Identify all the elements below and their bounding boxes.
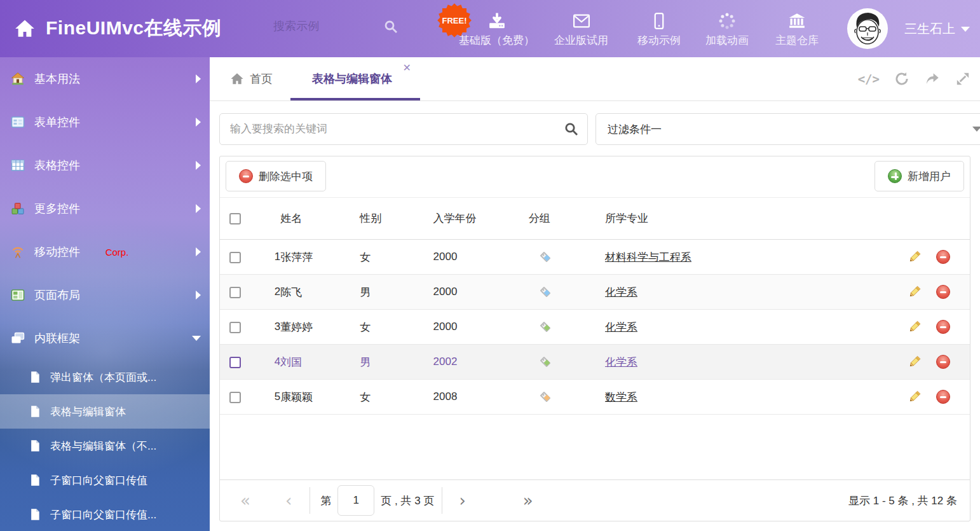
filter-dropdown[interactable]: 过滤条件一 [595, 113, 980, 145]
mobile-icon [650, 11, 669, 31]
row-checkbox[interactable] [229, 252, 241, 263]
nav-basic-edition[interactable]: 基础版（免费） [459, 11, 534, 48]
share-icon[interactable] [924, 71, 941, 87]
antenna-icon [10, 244, 25, 259]
select-all-checkbox[interactable] [229, 213, 241, 224]
sidebar-subitem-child-to-parent[interactable]: 子窗口向父窗口传值 [0, 463, 210, 497]
nav-label: 基础版（免费） [459, 33, 534, 48]
cell-year: 2000 [433, 240, 529, 275]
sidebar-item-basic-usage[interactable]: 基本用法 [0, 57, 210, 100]
nav-theme-repo[interactable]: 主题仓库 [775, 11, 819, 48]
row-checkbox[interactable] [229, 392, 241, 403]
delete-icon[interactable] [936, 285, 950, 299]
sidebar-item-iframe[interactable]: 内联框架 [0, 317, 210, 360]
sidebar-subitem-grid-edit-window-2[interactable]: 表格与编辑窗体（不... [0, 429, 210, 463]
sidebar-subitem-label: 弹出窗体（本页面或... [50, 370, 156, 385]
chevron-down-icon [972, 127, 980, 132]
sidebar-subitem-child-to-parent-2[interactable]: 子窗口向父窗口传值... [0, 497, 210, 531]
sidebar-item-more-controls[interactable]: 更多控件 [0, 187, 210, 230]
close-icon[interactable]: ✕ [403, 63, 411, 73]
page-number-input[interactable] [337, 485, 374, 516]
cell-year: 2000 [433, 310, 529, 345]
sidebar-item-mobile-controls[interactable]: 移动控件 Corp. [0, 230, 210, 273]
tab-label: 表格与编辑窗体 [312, 71, 392, 86]
cell-gender: 女 [360, 310, 433, 345]
col-year: 入学年份 [433, 198, 529, 240]
delete-selected-button[interactable]: 删除选中项 [226, 161, 326, 191]
cubes-icon [10, 201, 25, 216]
chevron-right-icon [196, 291, 201, 300]
edit-icon[interactable] [907, 319, 922, 334]
form-icon [10, 114, 25, 130]
delete-icon[interactable] [936, 390, 950, 404]
delete-icon[interactable] [936, 320, 950, 334]
last-page-button[interactable]: » [523, 492, 533, 509]
edit-icon[interactable] [907, 389, 922, 404]
nav-enterprise-trial[interactable]: 企业版试用 [554, 11, 608, 48]
nav-mobile-demo[interactable]: 移动示例 [637, 11, 681, 48]
sidebar-subitem-grid-edit-window[interactable]: 表格与编辑窗体 [0, 394, 210, 429]
first-page-button[interactable]: « [240, 492, 250, 509]
sidebar-item-label: 移动控件 [34, 244, 102, 259]
user-menu[interactable]: 三生石上 [904, 20, 970, 38]
sidebar-item-label: 更多控件 [34, 201, 196, 216]
username: 三生石上 [904, 20, 955, 38]
home-icon [230, 72, 244, 86]
bank-icon [787, 11, 806, 31]
refresh-icon[interactable] [894, 71, 910, 87]
sidebar: 基本用法 表单控件 表格控件 更多控件 移动控件 Corp. [0, 57, 210, 531]
cell-gender: 男 [360, 275, 433, 310]
nav-label: 移动示例 [637, 33, 681, 48]
delete-icon[interactable] [936, 250, 950, 264]
major-link[interactable]: 数学系 [605, 391, 637, 403]
sidebar-item-label: 表单控件 [34, 114, 196, 130]
edit-icon[interactable] [907, 249, 922, 265]
major-link[interactable]: 化学系 [605, 321, 637, 333]
chevron-right-icon [196, 161, 201, 170]
header-search-input[interactable] [272, 19, 379, 34]
tab-grid-edit-window[interactable]: 表格与编辑窗体 ✕ [290, 57, 420, 100]
delete-icon[interactable] [936, 355, 950, 369]
row-checkbox[interactable] [229, 322, 241, 333]
sidebar-item-page-layout[interactable]: 页面布局 [0, 273, 210, 317]
cell-name: 董婷婷 [280, 310, 360, 345]
sidebar-subitem-popup-window[interactable]: 弹出窗体（本页面或... [0, 360, 210, 394]
row-checkbox[interactable] [229, 357, 241, 368]
search-icon[interactable] [383, 19, 398, 34]
tab-toolbar: </> [858, 57, 971, 100]
cell-year: 2000 [433, 275, 529, 310]
filter-selected-value: 过滤条件一 [608, 122, 662, 137]
sidebar-item-form-controls[interactable]: 表单控件 [0, 100, 210, 144]
major-link[interactable]: 化学系 [605, 356, 637, 368]
edit-icon[interactable] [907, 354, 922, 369]
avatar[interactable] [847, 8, 888, 49]
major-link[interactable]: 材料科学与工程系 [605, 251, 691, 263]
cell-name: 陈飞 [280, 275, 360, 310]
row-number: 5 [255, 380, 280, 415]
sidebar-item-grid-controls[interactable]: 表格控件 [0, 144, 210, 187]
spinner-icon [718, 11, 737, 31]
add-user-button[interactable]: 新增用户 [875, 161, 964, 191]
edit-icon[interactable] [907, 284, 922, 300]
table-row: 5 康颖颖 女 2008 数学系 [220, 380, 970, 415]
cell-name: 张萍萍 [280, 240, 360, 275]
source-code-icon[interactable]: </> [858, 72, 880, 86]
prev-page-button[interactable]: ‹ [285, 492, 292, 509]
frames-icon [10, 331, 25, 346]
home-icon[interactable] [14, 18, 36, 39]
nav-label: 加载动画 [705, 33, 749, 48]
sidebar-item-label: 内联框架 [34, 331, 192, 346]
nav-loading-anim[interactable]: 加载动画 [705, 11, 749, 48]
search-icon[interactable] [555, 114, 587, 144]
row-number: 4 [255, 345, 280, 380]
tab-home[interactable]: 首页 [212, 57, 290, 100]
row-number: 3 [255, 310, 280, 345]
keyword-search-input[interactable] [220, 123, 555, 135]
minus-icon [239, 169, 253, 183]
major-link[interactable]: 化学系 [605, 286, 637, 298]
nav-label: 企业版试用 [554, 33, 608, 48]
next-page-button[interactable]: › [459, 492, 465, 509]
row-checkbox[interactable] [229, 287, 241, 298]
keyword-search-box [219, 113, 588, 145]
expand-icon[interactable] [955, 71, 971, 87]
